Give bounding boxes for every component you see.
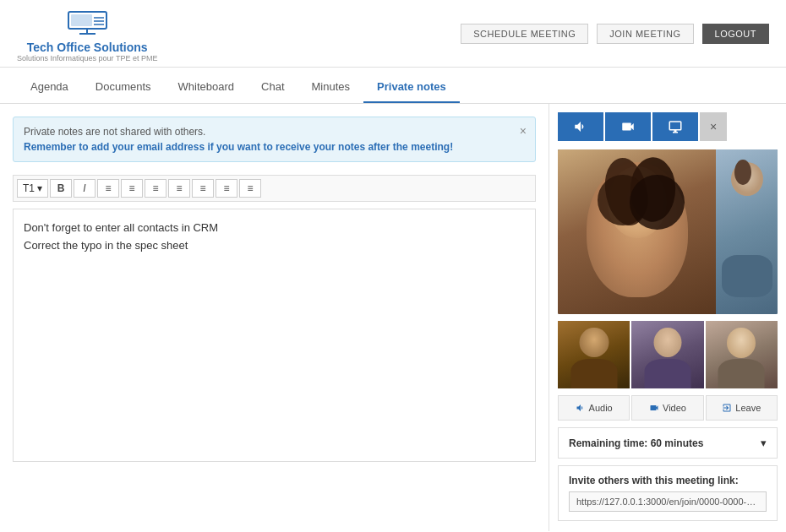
participant-thumb-2 <box>631 321 703 388</box>
leave-icon <box>722 403 732 413</box>
remaining-time-box[interactable]: Remaining time: 60 minutes ▾ <box>558 427 778 459</box>
editor-line1: Don't forget to enter all contacts in CR… <box>24 220 525 237</box>
remaining-chevron-icon: ▾ <box>761 437 767 449</box>
indent-left-button[interactable]: ≡ <box>145 179 166 198</box>
tab-chat[interactable]: Chat <box>248 72 297 103</box>
audio-button[interactable]: Audio <box>558 395 630 421</box>
header-nav: SCHEDULE MEETING JOIN MEETING LOGOUT <box>461 24 769 44</box>
leave-button[interactable]: Leave <box>706 395 778 421</box>
tab-private-notes[interactable]: Private notes <box>363 72 460 103</box>
heading-dropdown-icon: ▾ <box>37 182 42 194</box>
participant-thumbnails <box>558 321 778 388</box>
indent-right-button[interactable]: ≡ <box>168 179 190 198</box>
alert-line1: Private notes are not shared with others… <box>24 126 525 138</box>
header: Tech Office Solutions Solutions Informat… <box>0 0 786 68</box>
video-button[interactable]: Video <box>631 395 703 421</box>
close-icon: × <box>710 120 717 133</box>
tab-minutes[interactable]: Minutes <box>298 72 364 103</box>
secondary-participant-video <box>716 149 778 314</box>
editor-line2: Correct the typo in the spec sheet <box>24 237 525 255</box>
align-right-button[interactable]: ≡ <box>239 179 261 198</box>
bold-button[interactable]: B <box>50 179 72 198</box>
leave-label: Leave <box>735 403 761 413</box>
logo-area: Tech Office Solutions Solutions Informat… <box>17 5 157 62</box>
logo-icon <box>64 5 111 39</box>
invite-link-input[interactable] <box>569 491 767 512</box>
main-video-area <box>558 149 778 314</box>
screen-share-button[interactable] <box>652 112 698 141</box>
tab-documents[interactable]: Documents <box>82 72 165 103</box>
video-top-controls: × <box>558 112 778 141</box>
alert-close-button[interactable]: × <box>520 124 527 138</box>
speaker-icon <box>573 119 588 134</box>
schedule-meeting-button[interactable]: SCHEDULE MEETING <box>461 24 588 44</box>
screen-icon <box>668 119 683 134</box>
invite-label: Invite others with this meeting link: <box>569 475 767 486</box>
video-icon <box>649 403 659 413</box>
audio-icon <box>576 403 586 413</box>
align-left-button[interactable]: ≡ <box>192 179 214 198</box>
video-label: Video <box>663 403 686 413</box>
svg-rect-1 <box>71 14 92 26</box>
align-center-button[interactable]: ≡ <box>216 179 237 198</box>
left-panel: × Private notes are not shared with othe… <box>0 104 549 531</box>
list-ordered-button[interactable]: ≡ <box>121 179 143 198</box>
invite-box: Invite others with this meeting link: <box>558 465 778 521</box>
camera-icon <box>620 119 636 134</box>
list-unordered-button[interactable]: ≡ <box>97 179 119 198</box>
tabs: Agenda Documents Whiteboard Chat Minutes… <box>0 72 786 104</box>
logo-sub: Solutions Informatiques pour TPE et PME <box>17 54 157 62</box>
main-participant-video <box>558 149 716 314</box>
heading-label: T1 <box>23 182 35 194</box>
participant-thumb-3 <box>706 321 778 388</box>
main-content: × Private notes are not shared with othe… <box>0 104 786 531</box>
heading-select[interactable]: T1 ▾ <box>17 179 48 198</box>
logo-text: Tech Office Solutions <box>27 41 148 54</box>
italic-button[interactable]: I <box>74 179 96 198</box>
editor-toolbar: T1 ▾ B I ≡ ≡ ≡ ≡ ≡ ≡ ≡ <box>13 175 536 202</box>
participant-thumb-1 <box>558 321 630 388</box>
join-meeting-button[interactable]: JOIN MEETING <box>597 24 693 44</box>
remaining-time-text: Remaining time: 60 minutes <box>569 437 703 449</box>
tab-whiteboard[interactable]: Whiteboard <box>165 72 248 103</box>
notes-editor[interactable]: Don't forget to enter all contacts in CR… <box>13 209 536 462</box>
audio-label: Audio <box>589 403 613 413</box>
close-video-button[interactable]: × <box>700 112 727 141</box>
alert-box: × Private notes are not shared with othe… <box>13 117 536 162</box>
logout-button[interactable]: LOGOUT <box>702 24 769 44</box>
camera-toggle-button[interactable] <box>605 112 651 141</box>
mic-toggle-button[interactable] <box>558 112 603 141</box>
alert-line2: Remember to add your email address if yo… <box>24 141 525 153</box>
tab-agenda[interactable]: Agenda <box>17 72 82 103</box>
right-panel: × <box>549 104 786 531</box>
action-buttons: Audio Video Leave <box>558 395 778 421</box>
